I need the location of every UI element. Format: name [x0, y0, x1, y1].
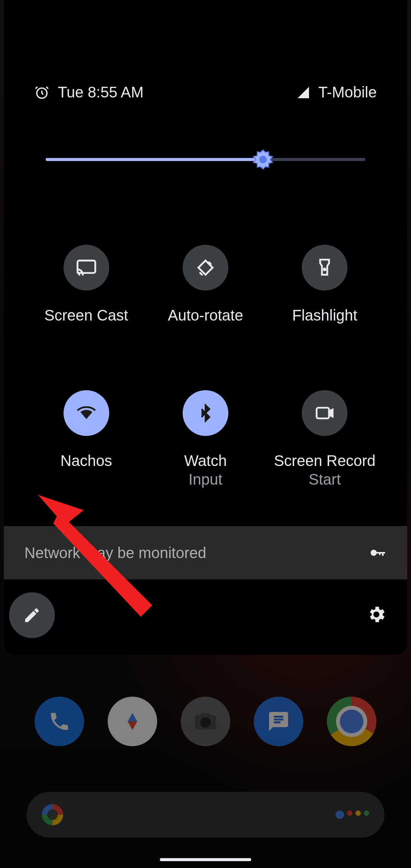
- app-files[interactable]: [96, 697, 169, 746]
- app-messages[interactable]: [242, 697, 315, 746]
- tile-label: Flashlight: [292, 305, 357, 326]
- brightness-fill: [46, 158, 263, 161]
- vpn-key-icon: [368, 544, 387, 562]
- quick-settings-panel: Tue 8:55 AM T-Mobile Screen Cast: [4, 0, 407, 655]
- tile-screen-cast[interactable]: Screen Cast: [27, 245, 146, 326]
- qs-footer: [4, 579, 407, 651]
- chrome-icon: [327, 697, 376, 746]
- tile-label: Watch: [184, 450, 227, 471]
- search-bar[interactable]: [27, 792, 384, 838]
- svg-point-3: [324, 268, 326, 270]
- camera-icon: [181, 697, 230, 746]
- network-monitored-text: Network may be monitored: [24, 544, 206, 562]
- autorotate-icon: [195, 257, 216, 278]
- tile-label: Screen Record: [274, 450, 376, 471]
- tile-label: Screen Cast: [45, 305, 128, 326]
- app-phone[interactable]: [23, 697, 96, 746]
- qs-alarm-time: Tue 8:55 AM: [58, 84, 143, 101]
- screenrecord-icon: [314, 402, 335, 424]
- files-icon: [108, 697, 157, 746]
- svg-rect-7: [382, 552, 384, 556]
- svg-point-1: [259, 156, 267, 163]
- brightness-slider[interactable]: [4, 116, 407, 176]
- gesture-nav-bar[interactable]: [160, 858, 251, 861]
- settings-button[interactable]: [366, 604, 387, 626]
- tile-sublabel: Start: [274, 471, 376, 488]
- assistant-icon: [336, 811, 369, 819]
- svg-rect-8: [379, 552, 381, 555]
- tile-bluetooth[interactable]: Watch Input: [146, 390, 265, 488]
- tile-sublabel: Input: [184, 471, 227, 488]
- qs-header: Tue 8:55 AM T-Mobile: [4, 84, 407, 116]
- tile-label: Auto-rotate: [168, 305, 243, 326]
- gear-icon: [366, 604, 387, 625]
- home-dock: [0, 697, 411, 746]
- pencil-icon: [23, 606, 41, 624]
- alarm-icon: [34, 85, 49, 100]
- app-camera[interactable]: [169, 697, 242, 746]
- tile-label: Nachos: [61, 450, 112, 471]
- edit-tiles-button[interactable]: [9, 592, 55, 638]
- qs-carrier: T-Mobile: [319, 84, 377, 101]
- network-monitored-bar[interactable]: Network may be monitored: [4, 526, 407, 579]
- tile-auto-rotate[interactable]: Auto-rotate: [146, 245, 265, 326]
- tile-wifi[interactable]: Nachos: [27, 390, 146, 488]
- bluetooth-icon: [196, 404, 215, 423]
- phone-icon: [35, 697, 84, 746]
- app-chrome[interactable]: [315, 697, 388, 746]
- google-g-icon: [42, 804, 63, 825]
- cast-icon: [76, 257, 97, 278]
- svg-rect-4: [317, 408, 329, 418]
- tile-screen-record[interactable]: Screen Record Start: [265, 390, 384, 488]
- tile-flashlight[interactable]: Flashlight: [265, 245, 384, 326]
- signal-icon: [296, 86, 310, 99]
- brightness-thumb-icon[interactable]: [252, 148, 274, 171]
- flashlight-icon: [314, 257, 335, 278]
- messages-icon: [254, 697, 303, 746]
- wifi-icon: [76, 402, 97, 424]
- qs-tile-grid: Screen Cast Auto-rotate Flashlight Nacho…: [4, 176, 407, 526]
